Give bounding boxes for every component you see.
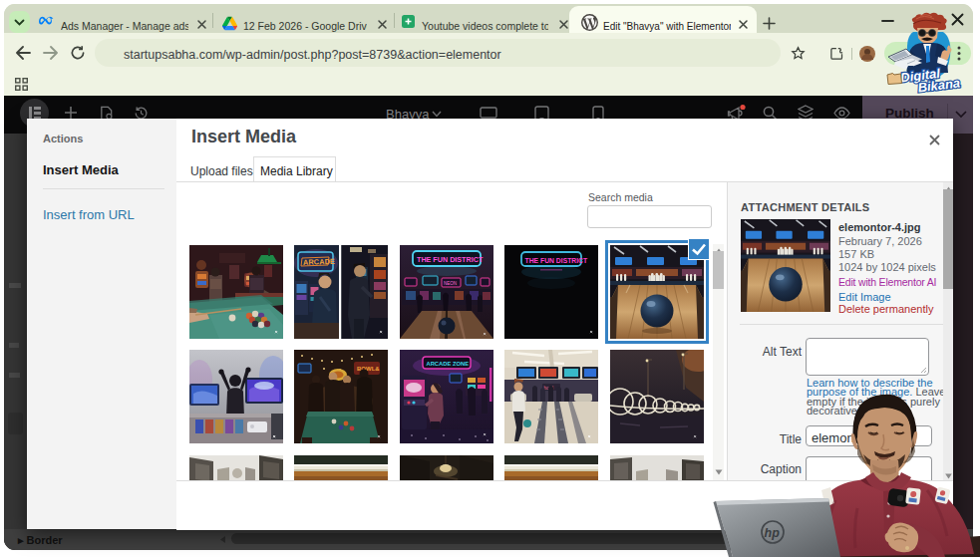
svg-text:THE FUN DISTRICT: THE FUN DISTRICT bbox=[417, 255, 484, 264]
svg-text:THE FUN DISTRICT: THE FUN DISTRICT bbox=[525, 257, 589, 264]
svg-text:BOWL&: BOWL& bbox=[357, 366, 380, 372]
svg-text:NEON: NEON bbox=[444, 281, 457, 286]
svg-text:ARCADE ZONE: ARCADE ZONE bbox=[427, 361, 470, 367]
svg-text:ARCADE: ARCADE bbox=[303, 257, 335, 267]
svg-text:hp: hp bbox=[765, 526, 781, 540]
